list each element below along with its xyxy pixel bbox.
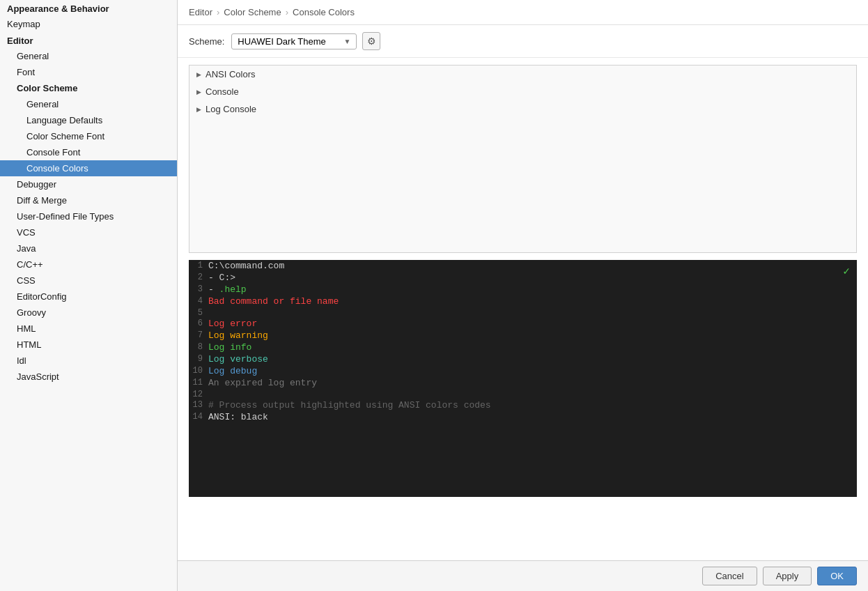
terminal-line: 9Log verbose	[189, 353, 857, 365]
terminal-line: 4Bad command or file name	[189, 296, 857, 307]
check-icon: ✓	[843, 264, 850, 278]
line-content: - .help	[208, 284, 857, 296]
bottom-bar: Cancel Apply OK	[178, 560, 868, 591]
tree-item-label: Console	[206, 86, 239, 97]
terminal-line: 3- .help	[189, 284, 857, 296]
line-number: 3	[189, 284, 208, 296]
line-content: Log debug	[208, 365, 857, 377]
line-number: 4	[189, 296, 208, 307]
cancel-button[interactable]: Cancel	[702, 567, 757, 585]
terminal-line: 6Log error	[189, 318, 857, 330]
line-number: 8	[189, 341, 208, 353]
sidebar-item-color-scheme[interactable]: Color Scheme	[0, 80, 177, 96]
terminal-line: 10Log debug	[189, 365, 857, 377]
scheme-row: Scheme: HUAWEI Dark Theme ▼ ⚙	[178, 25, 868, 58]
apply-button[interactable]: Apply	[763, 567, 812, 585]
breadcrumb-color-scheme[interactable]: Color Scheme	[224, 7, 281, 17]
line-content: - C:>	[208, 272, 857, 284]
sidebar-item-css[interactable]: CSS	[0, 273, 177, 289]
line-number: 6	[189, 318, 208, 330]
line-content: Bad command or file name	[208, 296, 857, 307]
sidebar-item-debugger[interactable]: Debugger	[0, 176, 177, 192]
line-content	[208, 307, 857, 318]
breadcrumb: Editor › Color Scheme › Console Colors	[178, 0, 868, 25]
terminal-container: 1C:\command.com2- C:>3- .help4Bad comman…	[189, 260, 857, 497]
sidebar-item-font[interactable]: Font	[0, 64, 177, 80]
line-number: 11	[189, 377, 208, 389]
tree-item-console[interactable]: ▶ Console	[189, 83, 856, 100]
line-extra: .help	[219, 284, 247, 295]
sidebar-item-idl[interactable]: Idl	[0, 353, 177, 369]
line-content: Log error	[208, 318, 857, 330]
terminal-line: 11An expired log entry	[189, 377, 857, 389]
tree-panel: ▶ ANSI Colors ▶ Console ▶ Log Console	[189, 65, 857, 253]
sidebar-item-groovy[interactable]: Groovy	[0, 305, 177, 321]
terminal-preview: 1C:\command.com2- C:>3- .help4Bad comman…	[189, 260, 857, 497]
sidebar-item-editorconfig[interactable]: EditorConfig	[0, 289, 177, 305]
breadcrumb-sep-2: ›	[286, 7, 288, 17]
line-number: 5	[189, 307, 208, 318]
sidebar-item-general[interactable]: General	[0, 48, 177, 64]
terminal-line: 1C:\command.com	[189, 260, 857, 272]
sidebar-item-cpp[interactable]: C/C++	[0, 256, 177, 273]
sidebar-item-keymap[interactable]: Keymap	[0, 16, 177, 32]
sidebar-item-appearance[interactable]: Appearance & Behavior	[0, 0, 177, 16]
sidebar-item-user-defined[interactable]: User-Defined File Types	[0, 208, 177, 224]
sidebar-item-editor[interactable]: Editor	[0, 32, 177, 48]
sidebar-item-javascript[interactable]: JavaScript	[0, 369, 177, 385]
line-content: ANSI: black	[208, 411, 857, 423]
terminal-line: 13# Process output highlighted using ANS…	[189, 399, 857, 411]
scheme-select[interactable]: HUAWEI Dark Theme ▼	[231, 33, 357, 49]
terminal-line: 2- C:>	[189, 272, 857, 284]
line-number: 1	[189, 260, 208, 272]
terminal-line: 12	[189, 389, 857, 399]
sidebar-item-diff-merge[interactable]: Diff & Merge	[0, 192, 177, 208]
line-content: Log info	[208, 341, 857, 353]
sidebar-item-hml[interactable]: HML	[0, 321, 177, 337]
terminal-line: 14ANSI: black	[189, 411, 857, 423]
terminal-line: 8Log info	[189, 341, 857, 353]
line-number: 12	[189, 389, 208, 399]
dropdown-arrow-icon: ▼	[343, 38, 350, 45]
terminal-line: 5	[189, 307, 857, 318]
sidebar-item-html[interactable]: HTML	[0, 337, 177, 353]
line-number: 10	[189, 365, 208, 377]
content-area: Editor › Color Scheme › Console Colors S…	[178, 0, 868, 591]
ok-button[interactable]: OK	[817, 567, 857, 585]
breadcrumb-editor[interactable]: Editor	[189, 7, 212, 17]
sidebar-item-color-general[interactable]: General	[0, 96, 177, 112]
sidebar-item-console-colors[interactable]: Console Colors	[0, 160, 177, 176]
main-panel: Scheme: HUAWEI Dark Theme ▼ ⚙ ▶ ANSI Col…	[178, 25, 868, 560]
breadcrumb-sep-1: ›	[217, 7, 219, 17]
line-number: 9	[189, 353, 208, 365]
gear-button[interactable]: ⚙	[362, 32, 380, 50]
sidebar-item-console-font[interactable]: Console Font	[0, 144, 177, 160]
sidebar-item-java[interactable]: Java	[0, 240, 177, 256]
tree-item-label: Log Console	[206, 104, 256, 114]
tree-item-label: ANSI Colors	[206, 69, 256, 79]
line-content: Log warning	[208, 330, 857, 341]
sidebar: Appearance & Behavior Keymap Editor Gene…	[0, 0, 178, 591]
sidebar-item-language-defaults[interactable]: Language Defaults	[0, 112, 177, 128]
breadcrumb-console-colors: Console Colors	[293, 7, 355, 17]
line-number: 7	[189, 330, 208, 341]
tree-arrow-icon: ▶	[196, 71, 201, 78]
line-content: # Process output highlighted using ANSI …	[208, 399, 857, 411]
line-content: Log verbose	[208, 353, 857, 365]
line-number: 14	[189, 411, 208, 423]
line-content: C:\command.com	[208, 260, 857, 272]
scheme-label: Scheme:	[189, 36, 224, 47]
gear-icon: ⚙	[367, 36, 376, 47]
tree-item-log-console[interactable]: ▶ Log Console	[189, 100, 856, 118]
tree-arrow-icon: ▶	[196, 106, 201, 113]
line-number: 2	[189, 272, 208, 284]
line-content	[208, 389, 857, 399]
tree-arrow-icon: ▶	[196, 89, 201, 95]
line-number: 13	[189, 399, 208, 411]
scheme-value: HUAWEI Dark Theme	[238, 36, 325, 47]
terminal-line: 7Log warning	[189, 330, 857, 341]
line-content: An expired log entry	[208, 377, 857, 389]
sidebar-item-color-scheme-font[interactable]: Color Scheme Font	[0, 128, 177, 144]
tree-item-ansi-colors[interactable]: ▶ ANSI Colors	[189, 66, 856, 83]
sidebar-item-vcs[interactable]: VCS	[0, 224, 177, 240]
